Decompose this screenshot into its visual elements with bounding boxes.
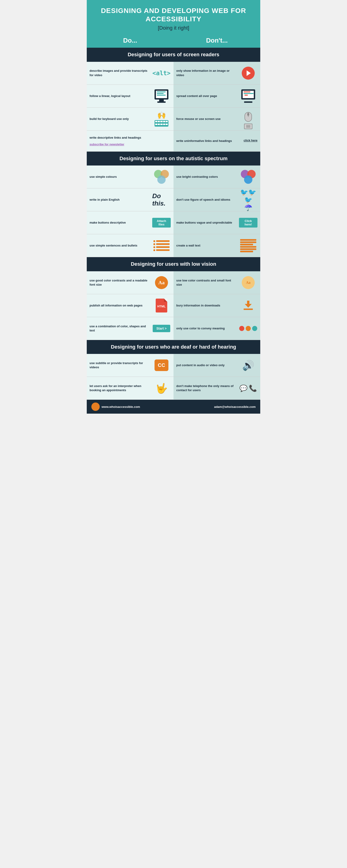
phone-chat-icon: 💬 📞 [239,380,257,396]
aa-do-icon: Aa [152,275,171,291]
dont-text: write uninformative links and headings [176,139,244,143]
wall-text-icon [239,238,257,254]
do-cell: use subtitle or provide transcripts for … [87,354,174,377]
table-row: write in plain English Do this. don't us… [87,188,260,211]
mouse-svg [243,109,254,123]
alt-icon: <alt> [152,65,171,81]
click-here-button[interactable]: Click here! [239,218,257,227]
dont-cell: put content in audio or video only 🔊 [174,354,260,377]
dont-text: create a wall text [176,244,239,248]
dont-text: use low color contrasts and small font s… [176,278,239,287]
table-row: follow a linear, logical layout spread c… [87,85,260,107]
do-cell: describe images and provide transcripts … [87,62,174,85]
do-text: let users ask for an interpreter when bo… [90,384,152,392]
do-cell: write descriptive links and headings sub… [87,130,174,151]
section-low-vision: Designing for users with low vision [87,257,260,271]
subtitle: [Doing it right] [91,25,256,31]
do-cell: build for keyboard use only 🙌 [87,107,174,130]
table-row: let users ask for an interpreter when bo… [87,377,260,400]
attach-files-button[interactable]: Attach files [152,218,171,227]
html-file-icon: HTML [152,298,171,314]
bullets-icon [152,238,171,254]
aa-dont-icon: Aa [239,275,257,291]
table-row: use subtitle or provide transcripts for … [87,354,260,377]
mouse-icon [239,111,257,127]
footer-website[interactable]: www.whoisaccessible.com [101,405,140,408]
dont-cell: use low color contrasts and small font s… [174,271,260,294]
table-row: publish all information on web pages HTM… [87,294,260,317]
dont-text: bury information in downloads [176,304,239,308]
dont-text: don't use figure of speech and idioms [176,198,239,202]
dont-cell: make buttons vague and unpredictable Cli… [174,211,260,234]
section-autistic: Designing for users on the autistic spec… [87,152,260,166]
click-here-link[interactable]: click here [244,138,257,142]
dont-text: spread content all over page [176,94,239,98]
do-cell: use a combination of color, shapes and t… [87,317,174,340]
do-text: write descriptive links and headings [90,136,171,140]
footer: www.whoisaccessible.com adam@whoisaccess… [87,400,260,414]
attach-btn-icon: Attach files [152,215,171,231]
do-text: build for keyboard use only [90,117,152,121]
dont-cell: use bright contrasting colors [174,165,260,188]
speaker-emoji: 🔊 [242,360,254,371]
do-text: use simple colours [90,175,152,179]
do-this-text: Do this. [152,192,171,207]
do-text: write in plain English [90,198,152,202]
cc-icon: CC [152,357,171,373]
start-btn-icon: Start > [152,320,171,337]
dont-cell: don't make telephone the only means of c… [174,377,260,400]
do-cell: make buttons descriptive Attach files [87,211,174,234]
do-text: follow a linear, logical layout [90,94,152,98]
dont-cell: force mouse or use screen use [174,107,260,130]
color-dots-icon [239,320,257,337]
do-text: use good color contrasts and a readable … [90,278,152,287]
do-cell: use simple colours [87,165,174,188]
dont-label: Don't... [174,37,260,44]
do-cell: use good color contrasts and a readable … [87,271,174,294]
header: DESIGNING AND DEVELOPING WEB FOR ACCESSI… [87,0,260,36]
svg-marker-4 [245,301,252,308]
do-cell: publish all information on web pages HTM… [87,294,174,317]
circles-muted-icon [152,169,171,185]
do-cell: use simple sentences and bullets [87,234,174,257]
subscribe-link[interactable]: subscribe for newsletter [90,143,124,146]
dont-text: use bright contrasting colors [176,175,239,179]
table-row: describe images and provide transcripts … [87,62,260,85]
do-label: Do... [87,37,174,44]
dont-text: force mouse or use screen use [176,117,239,121]
svg-rect-2 [247,113,249,116]
section-deaf: Designing for users who are deaf or hard… [87,340,260,354]
circles-bright-icon [239,169,257,185]
footer-email[interactable]: adam@whoisaccessible.com [214,405,256,408]
dont-cell: write uninformative links and headings c… [174,130,260,151]
do-text: use a combination of color, shapes and t… [90,324,152,333]
birds-icon: 🐦🐦🐦☂️ [239,192,257,208]
table-row: use good color contrasts and a readable … [87,271,260,294]
download-icon [239,298,257,314]
start-button[interactable]: Start > [153,325,170,332]
table-row: use a combination of color, shapes and t… [87,317,260,340]
table-row: build for keyboard use only 🙌 [87,107,260,130]
dont-cell: create a wall text [174,234,260,257]
keyboard-icon: 🙌 [152,111,171,127]
do-text: use simple sentences and bullets [90,244,152,248]
dont-text: only show information in an image or vid… [176,69,239,77]
do-cell: write in plain English Do this. [87,188,174,211]
play-icon [239,65,257,81]
main-title: DESIGNING AND DEVELOPING WEB FOR ACCESSI… [91,6,256,23]
do-text: make buttons descriptive [90,221,152,225]
dont-text: don't make telephone the only means of c… [176,384,239,392]
monitor-dont-icon [239,88,257,104]
dont-cell: only show information in an image or vid… [174,62,260,85]
section-screen-readers: Designing for users of screen readers [87,48,260,62]
table-row: make buttons descriptive Attach files ma… [87,211,260,234]
do-text: describe images and provide transcripts … [90,69,152,77]
interpreter-emoji: 🤟 [155,383,167,394]
interpreter-icon: 🤟 [152,380,171,396]
do-text: use subtitle or provide transcripts for … [90,361,152,369]
table-row: use simple sentences and bullets [87,234,260,257]
dont-cell: don't use figure of speech and idioms 🐦🐦… [174,188,260,211]
click-btn-icon: Click here! [239,215,257,231]
monitor-do-icon [152,88,171,104]
dont-text: make buttons vague and unpredictable [176,221,239,225]
